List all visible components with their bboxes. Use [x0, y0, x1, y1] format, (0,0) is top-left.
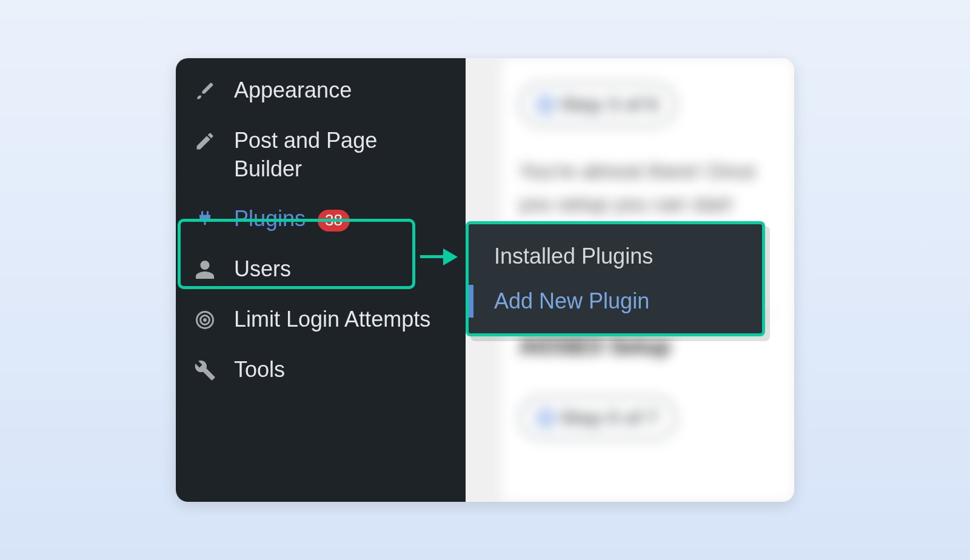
plug-icon	[193, 207, 217, 232]
step-text-bottom: Step 0 of 7	[560, 407, 658, 429]
step-pill-top: Step 3 of 6	[519, 82, 677, 127]
step-text-top: Step 3 of 6	[560, 93, 658, 116]
submenu-item-installed-plugins[interactable]: Installed Plugins	[469, 234, 762, 279]
paintbrush-icon	[193, 79, 217, 103]
sidebar-item-post-page-builder[interactable]: Post and Page Builder	[176, 116, 466, 195]
progress-dot-icon	[537, 96, 554, 113]
sidebar-item-label: Appearance	[234, 76, 449, 105]
sidebar-item-label: Users	[234, 255, 449, 284]
pencil-icon	[193, 129, 217, 153]
sidebar-item-limit-login[interactable]: Limit Login Attempts	[176, 295, 466, 345]
sidebar-item-label: Plugins 38	[234, 205, 449, 233]
sidebar-item-appearance[interactable]: Appearance	[176, 65, 466, 116]
user-icon	[193, 258, 217, 282]
submenu-label: Add New Plugin	[494, 288, 649, 313]
progress-dot-icon	[537, 410, 554, 427]
screenshot-card: Step 3 of 6 You're almost there! Once yo…	[176, 58, 794, 502]
sidebar-item-tools[interactable]: Tools	[176, 345, 466, 395]
sidebar-item-label: Post and Page Builder	[234, 127, 449, 184]
plugins-submenu: Installed Plugins Add New Plugin	[466, 221, 765, 336]
step-pill-bottom: Step 0 of 7	[519, 396, 677, 440]
sidebar-item-label: Tools	[234, 356, 449, 384]
submenu-label: Installed Plugins	[494, 244, 653, 268]
admin-sidebar: Appearance Post and Page Builder Plugins…	[176, 58, 466, 502]
wrench-icon	[193, 358, 217, 382]
sidebar-item-label: Limit Login Attempts	[234, 305, 449, 334]
sidebar-item-users[interactable]: Users	[176, 244, 466, 295]
section-title: AIOSEO Setup	[519, 334, 777, 359]
target-icon	[193, 308, 217, 332]
submenu-item-add-new-plugin[interactable]: Add New Plugin	[469, 279, 762, 324]
update-count-badge: 38	[318, 210, 350, 232]
plugins-text: Plugins	[234, 206, 306, 231]
sidebar-item-plugins[interactable]: Plugins 38	[176, 194, 466, 244]
